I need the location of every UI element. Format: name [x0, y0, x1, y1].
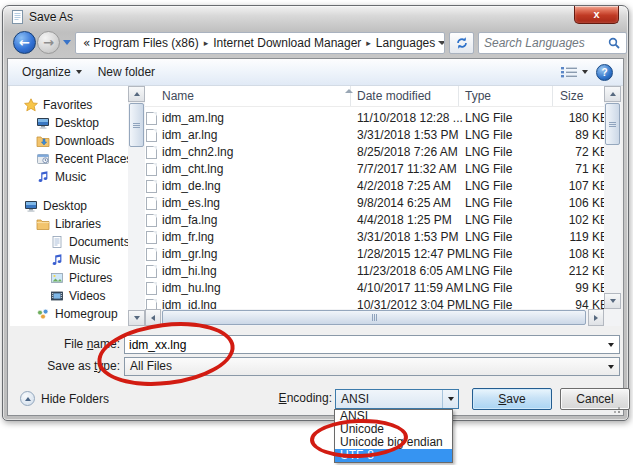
file-row[interactable]: idm_fr.lng 3/31/2018 1:53 PM LNG File 11…	[145, 229, 621, 246]
scroll-down-button[interactable]	[128, 310, 145, 326]
command-toolbar: Organize New folder ?	[8, 59, 623, 86]
save-as-type-dropdown-arrow[interactable]	[608, 365, 614, 369]
sidebar-item-desktop[interactable]: Desktop	[10, 114, 128, 132]
close-button[interactable]: x	[574, 6, 619, 24]
sidebar-item-desktop-2[interactable]: Desktop	[10, 197, 128, 215]
file-row[interactable]: idm_cht.lng 7/7/2017 11:32 AM LNG File 7…	[145, 161, 621, 178]
save-button[interactable]: Save	[472, 388, 552, 410]
scrollbar-thumb[interactable]	[162, 310, 586, 325]
file-date-cell: 11/10/2018 12:28 ...	[357, 110, 463, 127]
file-date-cell: 7/7/2017 11:32 AM	[357, 161, 463, 178]
file-size-cell: 72 KB	[525, 144, 608, 161]
save-as-dialog: Save As x ← → « Program Files (x86) ▸ In…	[2, 5, 629, 421]
sidebar-scrollbar[interactable]	[128, 86, 145, 326]
document-icon	[12, 10, 23, 24]
file-size-cell: 212 KB	[525, 263, 608, 280]
scroll-right-button[interactable]	[588, 309, 604, 326]
file-icon	[146, 163, 157, 176]
file-row[interactable]: idm_de.lng 4/2/2018 7:25 AM LNG File 107…	[145, 178, 621, 195]
save-as-type-label: Save as type:	[8, 357, 120, 376]
sort-ascending-icon	[345, 89, 353, 93]
breadcrumb-segment[interactable]: Internet Download Manager	[213, 36, 361, 50]
search-input[interactable]	[484, 35, 602, 51]
star-icon	[24, 98, 38, 112]
file-name-cell: idm_am.lng	[162, 110, 347, 127]
list-vertical-scrollbar[interactable]	[604, 86, 621, 309]
scroll-up-button[interactable]	[604, 86, 621, 102]
breadcrumb-overflow-chevron[interactable]: «	[83, 36, 90, 50]
encoding-combobox[interactable]: ANSI	[335, 389, 459, 409]
sidebar-item-libraries[interactable]: Libraries	[10, 215, 128, 233]
file-name-input[interactable]	[129, 337, 599, 352]
sidebar-item-label: Downloads	[55, 134, 114, 148]
file-row[interactable]: idm_am.lng 11/10/2018 12:28 ... LNG File…	[145, 110, 621, 127]
scroll-down-button[interactable]	[604, 293, 621, 309]
desktop-icon	[24, 199, 38, 213]
chevron-right-icon: ▸	[202, 38, 211, 48]
file-name-cell: idm_gr.lng	[162, 246, 347, 263]
sidebar-item-pictures[interactable]: Pictures	[10, 269, 128, 287]
file-row[interactable]: idm_es.lng 9/8/2014 6:25 AM LNG File 106…	[145, 195, 621, 212]
list-horizontal-scrollbar[interactable]	[145, 309, 604, 326]
file-row[interactable]: idm_hu.lng 4/10/2017 11:59 AM LNG File 9…	[145, 280, 621, 297]
homegroup-icon	[36, 307, 50, 321]
file-row[interactable]: idm_hi.lng 11/23/2018 6:05 AM LNG File 2…	[145, 263, 621, 280]
sidebar-item-documents[interactable]: Documents	[10, 233, 128, 251]
file-icon	[146, 112, 157, 125]
scrollbar-thumb[interactable]	[129, 103, 144, 147]
nav-history-dropdown[interactable]	[63, 40, 71, 45]
back-button[interactable]: ←	[13, 31, 36, 54]
file-icon	[146, 282, 157, 295]
breadcrumb-segment[interactable]: Languages	[376, 36, 435, 50]
hide-folders-button[interactable]: Hide Folders	[20, 391, 109, 406]
file-list: Name Date modified Type Size idm_am.lng …	[145, 86, 621, 326]
sidebar-item-downloads[interactable]: Downloads	[10, 132, 128, 150]
file-name-cell: idm_id.lng	[162, 297, 347, 309]
file-name-dropdown-arrow[interactable]	[608, 343, 614, 347]
encoding-dropdown-arrow[interactable]	[442, 390, 458, 408]
file-row[interactable]: idm_fa.lng 4/4/2018 1:25 PM LNG File 102…	[145, 212, 621, 229]
file-icon	[146, 248, 157, 261]
sidebar-item-label: Homegroup	[55, 307, 118, 321]
scrollbar-thumb[interactable]	[605, 103, 620, 145]
resize-grip[interactable]	[611, 404, 620, 413]
sidebar-item-videos[interactable]: Videos	[10, 287, 128, 305]
file-name-cell: idm_es.lng	[162, 195, 347, 212]
file-date-cell: 1/28/2015 12:47 PM	[357, 246, 463, 263]
save-as-type-combobox[interactable]: All Files	[124, 357, 620, 376]
help-button[interactable]: ?	[596, 64, 613, 81]
column-header-size[interactable]: Size	[560, 89, 583, 103]
encoding-option-utf-8[interactable]: UTF-8	[335, 449, 452, 462]
sidebar-item-homegroup[interactable]: Homegroup	[10, 305, 128, 323]
sidebar-item-favorites[interactable]: Favorites	[10, 96, 128, 114]
column-header-type[interactable]: Type	[465, 89, 491, 103]
file-icon	[146, 197, 157, 210]
videos-icon	[50, 289, 64, 303]
breadcrumb-dropdown-arrow[interactable]	[438, 41, 445, 45]
column-header-name[interactable]: Name	[162, 89, 194, 103]
file-row[interactable]: idm_id.lng 10/31/2012 3:04 PM LNG File 9…	[145, 297, 621, 309]
breadcrumb[interactable]: « Program Files (x86) ▸ Internet Downloa…	[75, 32, 445, 54]
address-bar: ← → « Program Files (x86) ▸ Internet Dow…	[9, 30, 622, 56]
file-name-cell: idm_hu.lng	[162, 280, 347, 297]
sidebar-item-recent-places[interactable]: Recent Places	[10, 150, 128, 168]
file-row[interactable]: idm_chn2.lng 8/25/2018 7:26 AM LNG File …	[145, 144, 621, 161]
search-icon[interactable]	[608, 37, 621, 50]
breadcrumb-segment[interactable]: Program Files (x86)	[93, 36, 198, 50]
new-folder-button[interactable]: New folder	[90, 62, 163, 82]
change-view-button[interactable]	[561, 66, 588, 78]
sidebar-item-label: Libraries	[55, 217, 101, 231]
sidebar-item-music[interactable]: Music	[10, 168, 128, 186]
organize-button[interactable]: Organize	[14, 62, 90, 82]
file-row[interactable]: idm_ar.lng 3/31/2018 1:53 PM LNG File 89…	[145, 127, 621, 144]
forward-button[interactable]: →	[37, 31, 60, 54]
scroll-up-button[interactable]	[128, 86, 145, 102]
file-name-cell: idm_hi.lng	[162, 263, 347, 280]
refresh-button[interactable]	[449, 32, 474, 54]
file-date-cell: 8/25/2018 7:26 AM	[357, 144, 463, 161]
scroll-left-button[interactable]	[145, 309, 161, 326]
sidebar-item-music-2[interactable]: Music	[10, 251, 128, 269]
column-header-date-modified[interactable]: Date modified	[357, 89, 431, 103]
file-row[interactable]: idm_gr.lng 1/28/2015 12:47 PM LNG File 1…	[145, 246, 621, 263]
new-folder-label: New folder	[98, 65, 155, 79]
